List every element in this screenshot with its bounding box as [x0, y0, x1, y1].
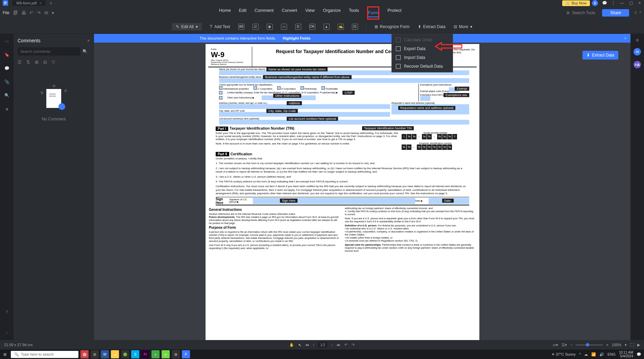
checkbox-tool[interactable]: ☑ [253, 24, 259, 30]
signature-tool[interactable]: ✍ [338, 24, 344, 30]
app-icon[interactable]: P [3, 0, 8, 6]
fit-page-icon[interactable]: ▭▾ [553, 343, 558, 347]
user-avatar[interactable]: A [592, 0, 598, 6]
kebab-icon[interactable]: ⋮ [609, 0, 618, 6]
taskbar-search[interactable]: 🔍Type here to search [11, 351, 78, 358]
minimize-button[interactable]: — [618, 0, 626, 6]
document-tab[interactable]: W9-form.pdf × [12, 0, 46, 6]
notifications-icon[interactable]: 💬 [637, 352, 641, 357]
collapse-icon[interactable]: ‹ [3, 329, 10, 336]
search-panel-icon[interactable]: 🔍 [3, 92, 10, 99]
button-tool[interactable]: OK [309, 24, 315, 30]
menu-import-data[interactable]: Import Data [392, 53, 453, 62]
text-field-tool[interactable]: AB [238, 24, 244, 30]
help-icon[interactable]: ? [3, 309, 10, 316]
zoom-slider[interactable] [576, 344, 603, 345]
chat-icon[interactable]: 💬 [600, 0, 609, 6]
radio-tool[interactable]: ◉ [267, 24, 273, 30]
last-page-icon[interactable]: ⏭ [337, 343, 340, 347]
fatca-field[interactable] [420, 96, 430, 101]
task-view-icon[interactable]: ⊞ [91, 350, 99, 358]
tab-edit[interactable]: Edit [239, 6, 246, 20]
llc-checkbox[interactable] [219, 91, 222, 94]
select-tool-icon[interactable]: ⬉ [298, 343, 301, 347]
chrome-icon[interactable]: 🟢 [121, 350, 129, 358]
weather-widget[interactable]: ☀ 37°C Sunny [551, 352, 576, 357]
rotate-left-icon[interactable]: ↶ [344, 343, 348, 347]
close-tab-icon[interactable]: × [40, 1, 42, 5]
date-tool[interactable]: 31 [352, 24, 358, 30]
tab-organize[interactable]: Organize [323, 6, 341, 20]
individual-checkbox[interactable] [219, 86, 222, 90]
close-banner-icon[interactable]: × [624, 36, 626, 40]
tab-form[interactable]: Form [368, 9, 378, 17]
rotate-right-icon[interactable]: ↷ [352, 343, 355, 347]
tab-tools[interactable]: Tools [349, 6, 359, 20]
save-icon[interactable]: 🗐 [13, 10, 18, 16]
ein-boxes[interactable]: TeTe–TeTeTeTeTeTeTe [402, 144, 452, 150]
file-menu[interactable]: File [3, 10, 9, 15]
undo-icon[interactable]: ↶ [29, 10, 33, 16]
ssn-boxes[interactable]: ITeTe–TeTe–TeTeTeT [402, 134, 457, 139]
extract-data-button[interactable]: ⬆Extract Data [418, 24, 446, 29]
zoom-in-icon[interactable]: + [606, 343, 608, 347]
search-icon[interactable]: 🔍 [82, 49, 88, 54]
expand-icon[interactable]: ⊞ [35, 60, 39, 65]
comments-search-input[interactable] [18, 47, 80, 55]
buy-now-button[interactable]: 🛒 Buy Now [562, 0, 590, 6]
tab-view[interactable]: View [305, 6, 315, 20]
redo-icon[interactable]: ↷ [37, 10, 41, 16]
ai-icon[interactable]: AI [634, 48, 641, 55]
tab-home[interactable]: Home [219, 6, 231, 20]
edit-all-button[interactable]: ✎Edit All▾ [172, 23, 202, 30]
collapse-icon[interactable]: ⊟ [43, 60, 47, 65]
mail-icon[interactable]: ✉ [44, 10, 48, 16]
properties-icon[interactable]: ⚙ [636, 38, 639, 43]
maximize-button[interactable]: ▢ [626, 0, 635, 6]
tab-protect[interactable]: Protect [387, 6, 401, 20]
tray-chevron-icon[interactable]: ^ [579, 352, 581, 356]
thumbnail-panel-icon[interactable]: ▭ [3, 38, 10, 45]
floating-extract-button[interactable]: ⬇ Extract Data [582, 51, 618, 60]
address-field[interactable] [219, 104, 390, 109]
add-tab-button[interactable]: + [50, 0, 52, 6]
search-tools[interactable]: ⚙ Search Tools [566, 10, 595, 15]
hand-tool-icon[interactable]: ✋ [289, 343, 294, 347]
ccorp-checkbox[interactable] [254, 86, 257, 90]
listbox-tool[interactable]: ☰ [295, 24, 301, 30]
partnership-checkbox[interactable] [301, 86, 304, 90]
comment-panel-icon[interactable]: 💬 [3, 65, 10, 72]
onedrive-icon[interactable]: ☁ [584, 352, 588, 357]
close-window-button[interactable]: × [635, 0, 644, 6]
close-panel-icon[interactable]: × [87, 38, 90, 43]
more-button[interactable]: ⊟More▾ [454, 24, 472, 29]
add-text-button[interactable]: TAdd Text [210, 24, 230, 29]
highlight-fields-link[interactable]: Highlight Fields [283, 36, 311, 40]
ai-translate-icon[interactable]: Aあ [634, 61, 641, 68]
attachment-panel-icon[interactable]: 📎 [3, 78, 10, 85]
sort-icon[interactable]: ⇅ [26, 60, 30, 65]
word-icon[interactable]: W [101, 350, 109, 358]
skype-icon[interactable]: S [131, 350, 139, 358]
share-button[interactable]: Share [602, 9, 629, 17]
language-indicator[interactable]: ENG [607, 352, 616, 356]
print-icon[interactable]: 🖶 [21, 10, 26, 16]
zoom-value[interactable]: 100% [612, 343, 621, 347]
presentation-icon[interactable]: ▶ [637, 343, 640, 347]
clock[interactable]: 10:11 AM5/4/2024 [619, 351, 633, 358]
expand-icon[interactable]: ^ [639, 10, 641, 15]
image-tool[interactable]: ▲ [324, 24, 330, 30]
other-checkbox[interactable] [219, 96, 222, 99]
tab-form-highlighted[interactable]: Form [367, 6, 379, 20]
city-field[interactable] [219, 112, 390, 117]
wifi-icon[interactable]: 📶 [591, 352, 596, 357]
acct-field[interactable] [219, 120, 469, 125]
app-green-icon[interactable]: ● [151, 350, 160, 358]
dropdown-tool[interactable]: ▭ [281, 24, 287, 30]
document-viewport[interactable]: This document contains interactive form … [94, 34, 630, 340]
filter-list-icon[interactable]: ☰ [18, 60, 22, 65]
upload-icon[interactable]: ⇧ [634, 10, 637, 15]
layers-panel-icon[interactable]: ◈ [3, 106, 10, 112]
taskbar-app-1[interactable]: 🌸 [80, 350, 89, 358]
first-page-icon[interactable]: ⏮ [305, 343, 309, 347]
